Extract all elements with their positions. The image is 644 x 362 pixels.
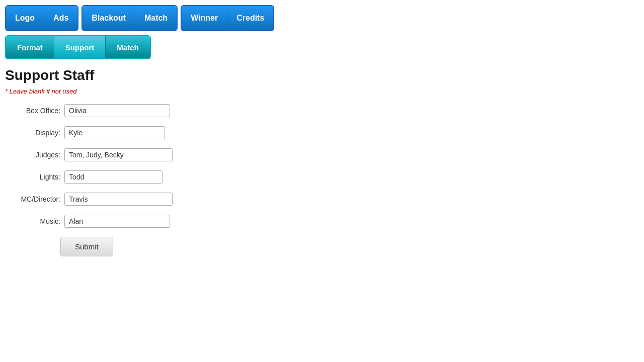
mc-director-label: MC/Director:: [5, 195, 60, 203]
lights-label: Lights:: [5, 173, 60, 181]
judges-group: Judges:: [5, 148, 639, 161]
judges-input[interactable]: [64, 148, 173, 161]
sub-nav-group: Format Support Match: [5, 35, 151, 59]
nav-group-winner-credits: Winner Credits: [181, 5, 274, 31]
lights-group: Lights:: [5, 170, 639, 184]
page-title: Support Staff: [5, 67, 639, 83]
nav-row-2: Format Support Match: [5, 35, 639, 59]
display-group: Display:: [5, 126, 639, 139]
box-office-input[interactable]: [64, 104, 170, 117]
sub-nav-format[interactable]: Format: [6, 36, 54, 58]
display-label: Display:: [5, 129, 60, 137]
sub-nav-match[interactable]: Match: [106, 36, 149, 58]
judges-label: Judges:: [5, 151, 60, 159]
nav-group-logo-ads: Logo Ads: [5, 5, 78, 31]
display-input[interactable]: [64, 126, 165, 139]
box-office-group: Box Office:: [5, 104, 639, 117]
music-group: Music:: [5, 215, 639, 228]
box-office-label: Box Office:: [5, 107, 60, 115]
lights-input[interactable]: [64, 170, 163, 184]
nav-ads[interactable]: Ads: [44, 6, 77, 30]
nav-match1[interactable]: Match: [135, 6, 177, 30]
submit-row: Submit: [5, 237, 639, 256]
nav-logo[interactable]: Logo: [6, 6, 44, 30]
music-input[interactable]: [64, 215, 170, 228]
nav-winner[interactable]: Winner: [182, 6, 227, 30]
support-staff-form: Box Office: Display: Judges: Lights: MC/…: [5, 104, 639, 256]
music-label: Music:: [5, 217, 60, 225]
nav-blackout[interactable]: Blackout: [83, 6, 135, 30]
hint-text: * Leave blank if not used: [5, 87, 639, 95]
nav-group-blackout-match: Blackout Match: [82, 5, 178, 31]
submit-button[interactable]: Submit: [60, 237, 113, 256]
sub-nav-support[interactable]: Support: [54, 36, 106, 58]
mc-director-input[interactable]: [64, 193, 173, 206]
nav-row-1: Logo Ads Blackout Match Winner Credits: [5, 5, 639, 31]
mc-director-group: MC/Director:: [5, 193, 639, 206]
nav-credits[interactable]: Credits: [227, 6, 273, 30]
